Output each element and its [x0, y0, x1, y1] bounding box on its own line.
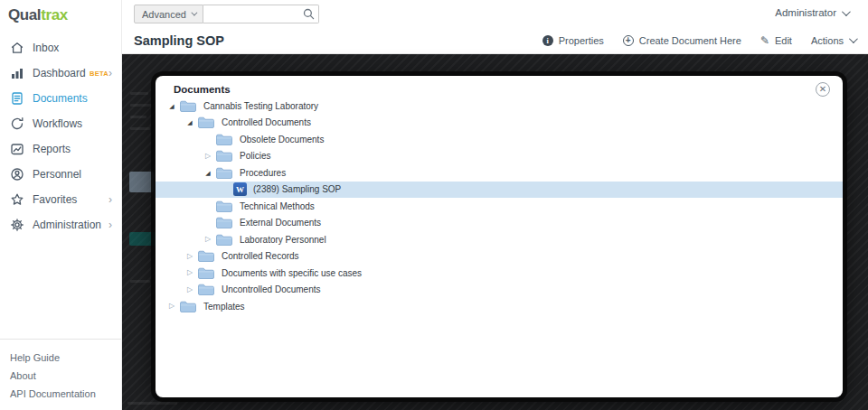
tree-row[interactable]: ▷ Uncontrolled Documents [156, 282, 843, 299]
folder-icon [197, 283, 215, 296]
folder-icon [197, 116, 215, 129]
folder-icon [179, 99, 197, 113]
expander-icon[interactable]: ▷ [183, 286, 197, 294]
qualtrax-logo[interactable]: Qualtrax [0, 0, 121, 24]
expander-icon[interactable]: ▷ [183, 269, 197, 276]
dashboard-icon [10, 66, 24, 80]
dimmed-content [129, 232, 156, 246]
sidebar-item-inbox[interactable]: Inbox [0, 35, 121, 61]
tree-item-label: Controlled Documents [222, 117, 311, 127]
modal-title: Documents [174, 84, 231, 95]
tree-row[interactable]: ◢ Controlled Documents [156, 115, 843, 132]
sidebar-item-dashboard[interactable]: Dashboard BETA › [0, 61, 121, 86]
sidebar-item-label: Workflows [33, 117, 112, 130]
sidebar-item-label: Inbox [33, 42, 112, 54]
about-link[interactable]: About [10, 367, 121, 385]
tree-item-label: Laboratory Personnel [240, 235, 326, 245]
top-bar: Advanced Administrator [122, 0, 868, 27]
sidebar-item-administration[interactable]: Administration › [0, 212, 121, 238]
close-icon[interactable]: ✕ [816, 82, 830, 97]
dimmed-content [130, 92, 148, 95]
search-input[interactable] [203, 5, 319, 23]
qualtrax-app: Qualtrax Inbox Dashboard BETA › Document… [0, 0, 868, 410]
sidebar-item-personnel[interactable]: Personnel [0, 162, 121, 187]
create-label: Create Document Here [639, 35, 741, 46]
tree-item-label: (2389) Sampling SOP [253, 184, 341, 194]
favorites-icon [10, 192, 24, 207]
search-icon[interactable] [303, 7, 315, 23]
create-document-here-button[interactable]: + Create Document Here [623, 35, 741, 46]
tree-row-selected[interactable]: W (2389) Sampling SOP [156, 182, 843, 199]
chevron-down-icon [849, 34, 858, 43]
administration-icon [10, 218, 24, 232]
dimmed-content [130, 280, 150, 283]
user-menu-administrator[interactable]: Administrator [775, 7, 848, 18]
sidebar-item-label: Administration [33, 219, 108, 231]
folder-icon [197, 266, 215, 280]
tree-row[interactable]: ◢ Cannabis Testing Laboratory [156, 98, 843, 115]
tree-item-label: Policies [240, 151, 270, 161]
expander-icon[interactable]: ◢ [165, 103, 179, 109]
tree-row[interactable]: ▷ Laboratory Personnel [156, 231, 843, 248]
tree-row[interactable]: External Documents [156, 215, 843, 232]
search-field-wrap [203, 5, 319, 23]
expander-icon[interactable]: ▷ [165, 303, 179, 310]
properties-button[interactable]: i Properties [542, 35, 604, 46]
chevron-right-icon: › [108, 194, 112, 205]
tree-row[interactable]: ◢ Procedures [156, 164, 843, 182]
tree-row[interactable]: Obsolete Documents [156, 131, 843, 148]
chevron-right-icon: › [108, 68, 112, 79]
word-doc-icon: W [233, 182, 247, 196]
pencil-icon: ✎ [760, 34, 769, 47]
expander-icon[interactable]: ◢ [201, 170, 215, 176]
modal-overlay: Documents ✕ ◢ Cannabis Testing Laborator… [122, 54, 868, 410]
folder-icon [197, 249, 215, 263]
tree-row[interactable]: ▷ Documents with specific use cases [156, 265, 843, 282]
dimmed-content [130, 104, 152, 107]
folder-icon [179, 300, 197, 313]
chevron-right-icon: › [108, 219, 112, 230]
tree-item-label: Templates [203, 302, 245, 312]
document-tree: ◢ Cannabis Testing Laboratory ◢ Controll… [156, 98, 843, 315]
dimmed-content [127, 402, 177, 405]
tree-item-label: Uncontrolled Documents [222, 284, 321, 294]
dimmed-content [130, 127, 150, 130]
logo-text-dark: Qual [8, 6, 41, 23]
personnel-icon [10, 167, 24, 182]
sidebar-item-workflows[interactable]: Workflows [0, 111, 121, 136]
tree-row[interactable]: ▷ Policies [156, 148, 843, 165]
advanced-label: Advanced [142, 9, 186, 20]
actions-dropdown[interactable]: Actions [811, 35, 855, 46]
dimmed-content [129, 172, 154, 192]
api-documentation-link[interactable]: API Documentation [10, 385, 121, 403]
sidebar-item-documents[interactable]: Documents [0, 86, 121, 111]
edit-button[interactable]: ✎ Edit [760, 34, 792, 47]
logo-text-green: trax [41, 6, 68, 23]
tree-item-label: Procedures [240, 168, 286, 178]
tree-row[interactable]: Technical Methods [156, 198, 843, 215]
expander-icon[interactable]: ▷ [183, 253, 197, 260]
sidebar-item-reports[interactable]: Reports [0, 136, 121, 162]
expander-icon[interactable]: ▷ [201, 236, 215, 243]
folder-icon [215, 216, 233, 229]
folder-icon [215, 200, 233, 213]
sidebar-item-label: Favorites [33, 193, 108, 206]
tree-row[interactable]: ▷ Controlled Records [156, 248, 843, 266]
properties-label: Properties [559, 35, 604, 46]
expander-icon[interactable]: ◢ [183, 119, 197, 126]
expander-icon[interactable]: ▷ [201, 153, 215, 160]
sidebar-item-label: Dashboard [33, 67, 86, 79]
workflows-icon [10, 116, 24, 131]
edit-label: Edit [775, 35, 792, 46]
sidebar-item-label: Personnel [33, 168, 112, 181]
help-guide-link[interactable]: Help Guide [10, 349, 121, 367]
advanced-search-dropdown[interactable]: Advanced [134, 5, 203, 23]
info-icon: i [542, 35, 553, 46]
page-toolbar: i Properties + Create Document Here ✎ Ed… [542, 34, 868, 47]
sidebar-item-favorites[interactable]: Favorites › [0, 187, 121, 212]
tree-row[interactable]: ▷ Templates [156, 298, 843, 315]
actions-label: Actions [811, 35, 844, 46]
sidebar-footer: Help Guide About API Documentation [0, 339, 121, 403]
sidebar: Qualtrax Inbox Dashboard BETA › Document… [0, 0, 122, 410]
folder-icon [215, 166, 233, 180]
